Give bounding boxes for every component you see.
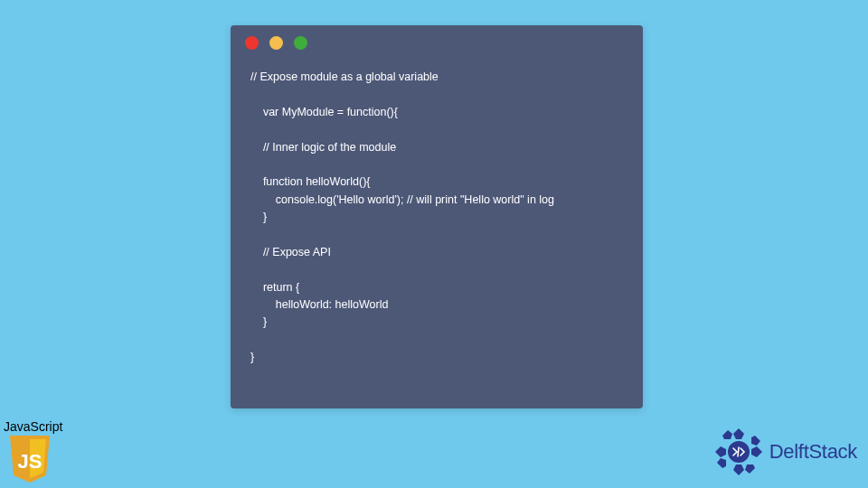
window-titlebar [231,25,643,60]
maximize-icon[interactable] [294,36,307,50]
close-icon[interactable] [245,36,259,50]
delftstack-emblem-icon [713,427,764,477]
javascript-label: JavaScript [4,419,62,434]
delftstack-logo: DelftStack [713,427,857,477]
minimize-icon[interactable] [269,36,283,50]
javascript-badge: JavaScript JS [3,419,62,483]
javascript-shield-icon: JS [8,436,52,483]
code-window: // Expose module as a global variable va… [231,25,643,408]
code-content: // Expose module as a global variable va… [231,60,643,366]
delftstack-name: DelftStack [769,440,857,464]
shield-text: JS [18,450,42,473]
